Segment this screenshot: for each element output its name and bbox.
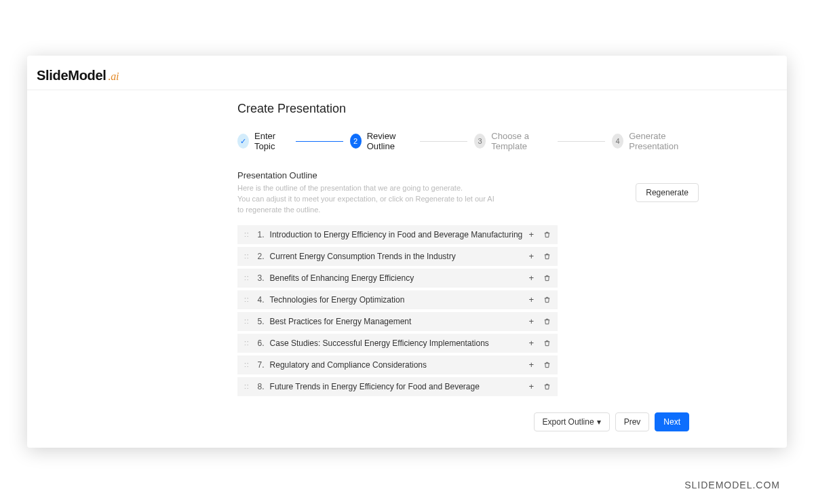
outline-item[interactable]: ::5.Best Practices for Energy Management…	[237, 312, 558, 331]
outline-item-number: 1.	[258, 230, 270, 239]
add-icon[interactable]: +	[528, 295, 534, 304]
outline-item-title: Current Energy Consumption Trends in the…	[270, 252, 529, 261]
outline-item-number: 4.	[258, 295, 270, 305]
step-connector	[558, 141, 605, 142]
drag-handle-icon[interactable]: ::	[244, 296, 250, 303]
trash-icon[interactable]	[543, 361, 551, 369]
step-label: Choose a Template	[491, 131, 551, 151]
add-icon[interactable]: +	[528, 382, 534, 391]
step-label: Generate Presentation	[629, 131, 699, 151]
outline-item[interactable]: ::7.Regulatory and Compliance Considerat…	[237, 355, 558, 374]
section-description: Here is the outline of the presentation …	[237, 183, 495, 216]
chevron-down-icon: ▾	[597, 417, 601, 427]
step-connector	[296, 141, 343, 142]
brand-logo: SlideModel.ai	[37, 68, 119, 83]
step-3: 3Choose a Template	[474, 131, 551, 151]
drag-handle-icon[interactable]: ::	[244, 361, 250, 368]
brand-name: SlideModel	[37, 68, 106, 83]
step-4: 4Generate Presentation	[612, 131, 699, 151]
watermark: SLIDEMODEL.COM	[684, 480, 780, 490]
outline-list: ::1.Introduction to Energy Efficiency in…	[237, 225, 558, 396]
outline-item-title: Benefits of Enhancing Energy Efficiency	[270, 273, 529, 283]
outline-item-number: 2.	[258, 252, 270, 261]
drag-handle-icon[interactable]: ::	[244, 317, 250, 325]
step-2[interactable]: 2Review Outline	[350, 131, 414, 151]
step-label: Review Outline	[367, 131, 413, 151]
outline-item-number: 5.	[258, 317, 270, 326]
outline-item-title: Technologies for Energy Optimization	[270, 295, 529, 305]
outline-item[interactable]: ::1.Introduction to Energy Efficiency in…	[237, 225, 558, 244]
add-icon[interactable]: +	[528, 360, 534, 369]
outline-item-title: Best Practices for Energy Management	[270, 317, 529, 326]
trash-icon[interactable]	[543, 339, 551, 347]
outline-item[interactable]: ::6.Case Studies: Successful Energy Effi…	[237, 334, 558, 353]
outline-item[interactable]: ::8.Future Trends in Energy Efficiency f…	[237, 377, 558, 396]
outline-item-number: 3.	[258, 273, 270, 283]
trash-icon[interactable]	[543, 252, 551, 260]
trash-icon[interactable]	[543, 231, 551, 239]
add-icon[interactable]: +	[528, 230, 534, 239]
step-number: 4	[612, 134, 623, 149]
app-window: SlideModel.ai Create Presentation ✓Enter…	[27, 56, 787, 448]
outline-item[interactable]: ::4.Technologies for Energy Optimization…	[237, 290, 558, 309]
step-number: 2	[350, 134, 362, 149]
add-icon[interactable]: +	[528, 338, 534, 347]
outline-item[interactable]: ::2.Current Energy Consumption Trends in…	[237, 247, 558, 266]
export-outline-button[interactable]: Export Outline ▾	[534, 412, 610, 431]
step-connector	[420, 141, 467, 142]
outline-item-title: Future Trends in Energy Efficiency for F…	[270, 382, 529, 391]
page-title: Create Presentation	[237, 102, 699, 116]
drag-handle-icon[interactable]: ::	[244, 383, 250, 390]
outline-item-title: Case Studies: Successful Energy Efficien…	[270, 338, 529, 348]
outline-item-number: 8.	[258, 382, 270, 391]
add-icon[interactable]: +	[528, 317, 534, 326]
section-title: Presentation Outline	[237, 170, 699, 180]
brand-suffix: .ai	[109, 71, 119, 82]
outline-item-title: Introduction to Energy Efficiency in Foo…	[270, 230, 529, 239]
stepper: ✓Enter Topic2Review Outline3Choose a Tem…	[237, 131, 699, 151]
export-outline-label: Export Outline	[543, 417, 594, 427]
main-content: Create Presentation ✓Enter Topic2Review …	[237, 102, 699, 396]
trash-icon[interactable]	[543, 383, 551, 391]
trash-icon[interactable]	[543, 296, 551, 304]
drag-handle-icon[interactable]: ::	[244, 231, 250, 238]
next-button[interactable]: Next	[655, 412, 689, 431]
header-divider	[27, 90, 787, 90]
step-label: Enter Topic	[254, 131, 288, 151]
drag-handle-icon[interactable]: ::	[244, 252, 250, 260]
check-icon: ✓	[237, 134, 249, 149]
drag-handle-icon[interactable]: ::	[244, 339, 250, 347]
drag-handle-icon[interactable]: ::	[244, 274, 250, 282]
regenerate-button[interactable]: Regenerate	[636, 183, 699, 202]
section-description-row: Here is the outline of the presentation …	[237, 183, 699, 216]
step-number: 3	[474, 134, 486, 149]
trash-icon[interactable]	[543, 317, 551, 326]
add-icon[interactable]: +	[528, 273, 534, 282]
step-1[interactable]: ✓Enter Topic	[237, 131, 289, 151]
trash-icon[interactable]	[543, 274, 551, 282]
outline-item-number: 6.	[258, 338, 270, 348]
outline-item[interactable]: ::3.Benefits of Enhancing Energy Efficie…	[237, 269, 558, 288]
outline-item-title: Regulatory and Compliance Considerations	[270, 360, 529, 370]
add-icon[interactable]: +	[528, 252, 534, 260]
prev-button[interactable]: Prev	[615, 412, 650, 431]
footer-buttons: Export Outline ▾ Prev Next	[534, 412, 689, 431]
outline-item-number: 7.	[258, 360, 270, 370]
